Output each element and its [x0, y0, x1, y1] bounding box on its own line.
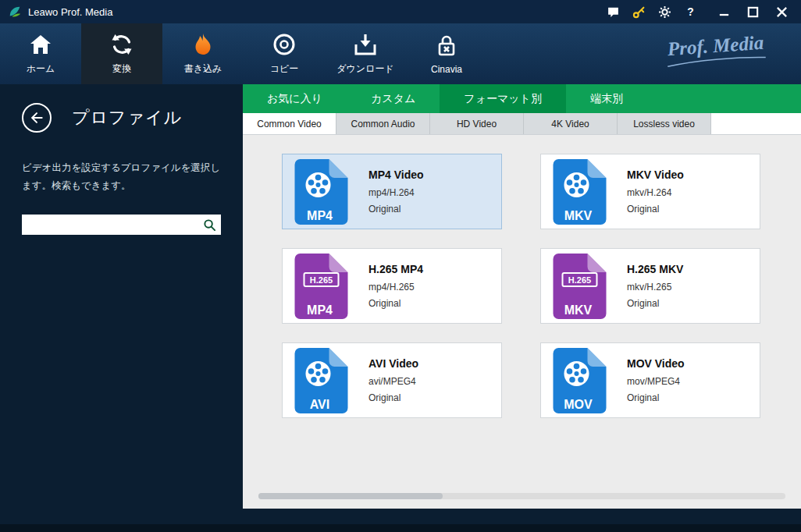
- nav-items: ホーム 変換 書き込み コピー ダウンロード Cinavia: [0, 23, 487, 84]
- subtab-filler: [711, 113, 801, 134]
- search-box: [22, 215, 221, 235]
- card-format: mp4/H.264: [368, 187, 424, 198]
- maximize-button[interactable]: [746, 5, 760, 19]
- content-area: お気に入り カスタム フォーマット別 端末別 Common Video Comm…: [243, 84, 801, 524]
- format-file-icon: MP4: [294, 158, 349, 225]
- film-reel-icon: [306, 172, 331, 197]
- format-card-mkv[interactable]: MKV MKV Video mkv/H.264 Original: [540, 154, 760, 229]
- app-logo-icon: [8, 5, 22, 19]
- gear-icon[interactable]: [658, 5, 671, 19]
- minimize-button[interactable]: [717, 5, 731, 19]
- window-footer: [0, 524, 801, 532]
- card-format: mov/MPEG4: [627, 376, 685, 387]
- film-reel-icon: [306, 361, 331, 386]
- sidebar-description: ビデオ出力を設定するプロファイルを選択します。検索もできます。: [22, 159, 221, 194]
- nav-item-download[interactable]: ダウンロード: [325, 23, 406, 84]
- film-reel-icon: [564, 361, 589, 386]
- horizontal-scrollbar[interactable]: [258, 493, 785, 499]
- format-file-icon: H.265 MKV: [552, 253, 607, 320]
- svg-text:AVI: AVI: [310, 398, 329, 411]
- format-card-h265mkv[interactable]: H.265 MKV H.265 MKV mkv/H.265 Original: [540, 248, 760, 324]
- back-button[interactable]: [22, 103, 52, 133]
- svg-text:H.265: H.265: [310, 275, 333, 285]
- format-file-icon: AVI: [294, 347, 349, 414]
- card-quality: Original: [627, 204, 684, 215]
- nav-item-copy[interactable]: コピー: [244, 23, 325, 84]
- titlebar-tools: ?: [607, 5, 697, 19]
- svg-text:MP4: MP4: [307, 209, 333, 222]
- sidebar: プロファイル ビデオ出力を設定するプロファイルを選択します。検索もできます。: [0, 84, 243, 524]
- profile-header: プロファイル: [22, 103, 221, 133]
- card-quality: Original: [368, 392, 418, 403]
- nav-item-cinavia[interactable]: Cinavia: [406, 23, 487, 84]
- card-title: MP4 Video: [368, 168, 424, 181]
- nav-item-label: ダウンロード: [336, 62, 393, 76]
- convert-icon: [109, 32, 134, 57]
- tab-favorites[interactable]: お気に入り: [243, 84, 347, 113]
- card-title: H.265 MP4: [368, 263, 423, 275]
- svg-text:MKV: MKV: [564, 209, 593, 222]
- back-arrow-icon: [29, 110, 44, 126]
- subtab-lossless-video[interactable]: Lossless video: [618, 113, 711, 134]
- download-icon: [353, 32, 378, 57]
- svg-text:MOV: MOV: [564, 398, 593, 411]
- card-title: MKV Video: [627, 168, 684, 181]
- nav-item-label: コピー: [270, 62, 299, 76]
- card-quality: Original: [368, 204, 424, 215]
- copy-icon: [272, 32, 297, 57]
- format-card-mov[interactable]: MOV MOV Video mov/MPEG4 Original: [540, 342, 760, 418]
- nav-item-label: ホーム: [27, 62, 55, 76]
- format-file-icon: H.265 MP4: [294, 253, 349, 320]
- nav-item-burn[interactable]: 書き込み: [162, 23, 244, 84]
- tab-format[interactable]: フォーマット別: [440, 84, 566, 113]
- window-controls: [717, 5, 793, 19]
- help-icon[interactable]: ?: [684, 5, 697, 19]
- brand-logo: Prof. Media: [664, 33, 767, 69]
- tab-custom[interactable]: カスタム: [347, 84, 440, 113]
- format-card-mp4[interactable]: MP4 MP4 Video mp4/H.264 Original: [282, 154, 502, 229]
- key-icon[interactable]: [632, 5, 646, 19]
- card-quality: Original: [627, 298, 683, 309]
- window-title: Leawo Prof. Media: [28, 6, 112, 18]
- svg-text:?: ?: [687, 5, 693, 18]
- nav-item-label: Cinavia: [431, 64, 462, 75]
- content-footer: [243, 509, 801, 524]
- subtab-4k-video[interactable]: 4K Video: [524, 113, 618, 134]
- svg-text:MKV: MKV: [564, 303, 593, 317]
- close-button[interactable]: [775, 5, 789, 19]
- card-title: AVI Video: [368, 357, 418, 370]
- format-card-h265mp4[interactable]: H.265 MP4 H.265 MP4 mp4/H.265 Original: [282, 248, 502, 324]
- card-quality: Original: [627, 392, 685, 403]
- format-file-icon: MKV: [552, 158, 607, 225]
- film-reel-icon: [564, 172, 589, 197]
- format-file-icon: MOV: [552, 347, 607, 414]
- home-icon: [28, 32, 53, 57]
- card-title: MOV Video: [627, 357, 685, 370]
- nav-item-convert[interactable]: 変換: [81, 23, 162, 84]
- burn-icon: [190, 32, 215, 57]
- cards-grid: MP4 MP4 Video mp4/H.264 Original: [282, 154, 760, 418]
- card-format: mkv/H.264: [627, 187, 684, 198]
- card-quality: Original: [368, 298, 423, 309]
- nav-item-label: 変換: [112, 62, 131, 76]
- search-input[interactable]: [28, 215, 203, 235]
- scrollbar-thumb[interactable]: [258, 493, 443, 499]
- app-window: Leawo Prof. Media ? ホーム 変換 書き込み コピー ダウンロ…: [0, 0, 801, 532]
- tab-device[interactable]: 端末別: [566, 84, 647, 113]
- main-nav: ホーム 変換 書き込み コピー ダウンロード Cinavia Prof. Med…: [0, 23, 801, 84]
- subtab-hd-video[interactable]: HD Video: [430, 113, 524, 134]
- card-title: H.265 MKV: [627, 263, 683, 275]
- subtab-common-video[interactable]: Common Video: [243, 113, 336, 134]
- format-card-avi[interactable]: AVI AVI Video avi/MPEG4 Original: [282, 342, 502, 418]
- cards-area: MP4 MP4 Video mp4/H.264 Original: [243, 135, 801, 509]
- sidebar-title: プロファイル: [72, 106, 182, 129]
- subtab-common-audio[interactable]: Common Audio: [336, 113, 430, 134]
- card-format: mkv/H.265: [627, 282, 683, 293]
- search-icon[interactable]: [203, 218, 216, 232]
- titlebar: Leawo Prof. Media ?: [0, 0, 801, 23]
- card-format: mp4/H.265: [368, 282, 423, 293]
- message-icon[interactable]: [607, 5, 620, 19]
- svg-text:MP4: MP4: [307, 303, 333, 317]
- nav-item-home[interactable]: ホーム: [0, 23, 81, 84]
- card-format: avi/MPEG4: [368, 376, 418, 387]
